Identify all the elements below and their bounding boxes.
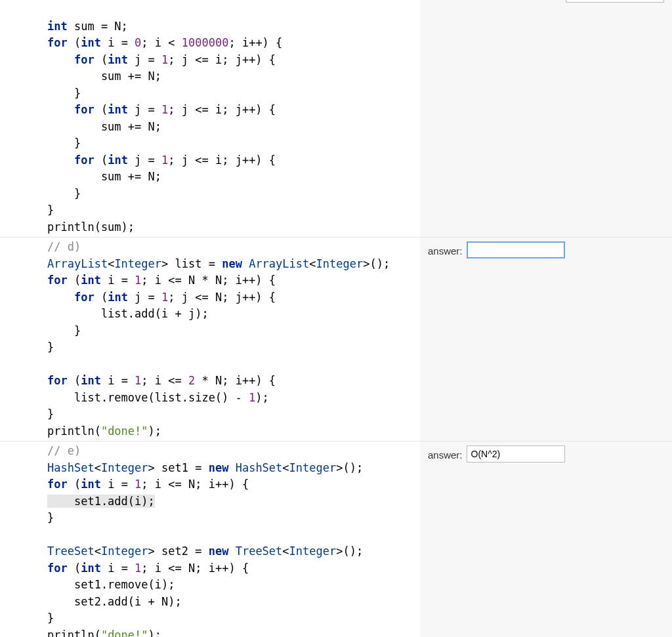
answer-panel-e: answer: — [420, 442, 672, 637]
answer-label-e: answer: — [428, 448, 463, 463]
question-e: // e) HashSet<Integer> set1 = new HashSe… — [0, 441, 672, 637]
answer-panel-c: answer: — [420, 0, 672, 237]
answer-label-d: answer: — [428, 244, 463, 259]
code-block-e: // e) HashSet<Integer> set1 = new HashSe… — [0, 442, 420, 637]
comment-e: // e) — [47, 444, 81, 457]
page-container: int sum = N; for (int i = 0; i < 1000000… — [0, 0, 672, 637]
answer-input-e[interactable] — [467, 445, 565, 462]
answer-input-d[interactable] — [467, 241, 565, 258]
answer-panel-d: answer: — [420, 237, 672, 441]
highlighted-line: set1.add(i); — [47, 495, 155, 508]
code-block-c: int sum = N; for (int i = 0; i < 1000000… — [0, 0, 420, 237]
comment-d: // d) — [47, 240, 81, 253]
answer-input-c[interactable] — [566, 0, 664, 3]
code-block-d: // d) ArrayList<Integer> list = new Arra… — [0, 237, 420, 441]
question-c: int sum = N; for (int i = 0; i < 1000000… — [0, 0, 672, 237]
question-d: // d) ArrayList<Integer> list = new Arra… — [0, 237, 672, 441]
